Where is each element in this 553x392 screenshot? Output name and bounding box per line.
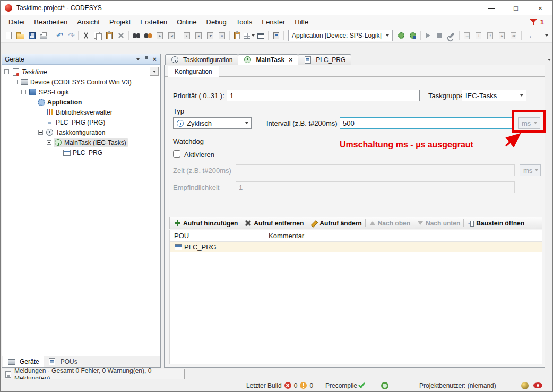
collapse-icon[interactable] xyxy=(4,69,9,74)
menu-online[interactable]: Online xyxy=(172,16,202,28)
menu-erstellen[interactable]: Erstellen xyxy=(135,16,172,28)
bookmark-button[interactable]: ▪ xyxy=(181,30,193,41)
paste-special-button[interactable] xyxy=(231,30,243,41)
clear-bookmarks-button[interactable]: × xyxy=(216,30,228,41)
priority-input[interactable] xyxy=(227,90,420,101)
generate-code-button[interactable] xyxy=(395,30,407,41)
build-button[interactable] xyxy=(270,30,282,41)
find-next-button[interactable]: ▸ xyxy=(154,30,166,41)
open-project-button[interactable] xyxy=(14,30,26,41)
collapse-icon[interactable] xyxy=(38,130,43,135)
menu-projekt[interactable]: Projekt xyxy=(105,16,135,28)
tab-pous[interactable]: POUs xyxy=(44,356,82,367)
tab-geraete[interactable]: Geräte xyxy=(3,356,44,367)
maximize-button[interactable]: □ xyxy=(504,1,528,15)
step-over-button[interactable]: → xyxy=(461,30,473,41)
step-into-button[interactable]: ↓ xyxy=(473,30,485,41)
close-button[interactable]: × xyxy=(528,1,552,15)
new-window-button[interactable] xyxy=(255,30,266,41)
prev-bookmark-button[interactable]: ▴ xyxy=(193,30,204,41)
table-row[interactable]: PLC_PRG xyxy=(170,242,542,252)
panel-menu-chevron-icon[interactable] xyxy=(136,58,140,60)
task-type-select[interactable]: Zyklisch xyxy=(173,117,252,129)
find-prev-button[interactable]: ◂ xyxy=(166,30,177,41)
tab-maintask[interactable]: MainTask× xyxy=(238,54,298,65)
run-to-cursor-button[interactable]: ▸ xyxy=(496,30,508,41)
collapse-icon[interactable] xyxy=(13,80,18,84)
menu-ansicht[interactable]: Ansicht xyxy=(72,16,105,28)
column-kommentar[interactable]: Kommentar xyxy=(264,232,304,240)
save-button[interactable] xyxy=(26,30,38,41)
column-pou[interactable]: POU xyxy=(170,230,264,241)
collapse-icon[interactable] xyxy=(21,90,26,94)
find-replace-button[interactable] xyxy=(142,30,154,41)
tree-item-project[interactable]: Tasktime xyxy=(2,67,160,77)
menu-tools[interactable]: Tools xyxy=(231,16,257,28)
subtab-konfiguration[interactable]: Konfiguration xyxy=(168,66,219,77)
tab-list-button[interactable] xyxy=(546,56,552,64)
eye-icon xyxy=(533,382,542,388)
tab-taskkonfiguration[interactable]: Taskkonfiguration xyxy=(165,54,238,65)
grid-view-button[interactable] xyxy=(243,30,255,41)
task-configuration-form: Priorität ( 0..31 ): Taskgruppe IEC-Task… xyxy=(165,77,545,367)
delete-button[interactable] xyxy=(115,30,127,41)
tree-item-application[interactable]: Application xyxy=(2,97,160,107)
menu-bearbeiten[interactable]: Bearbeiten xyxy=(29,16,72,28)
step-out-button[interactable]: ↑ xyxy=(485,30,496,41)
tools-wrench-button[interactable] xyxy=(446,30,457,41)
menu-debug[interactable]: Debug xyxy=(202,16,231,28)
tab-close-icon[interactable]: × xyxy=(289,57,292,63)
application-selector[interactable]: Application [Device: SPS-Logik] xyxy=(288,30,393,41)
tree-item-taskkonfiguration[interactable]: Taskkonfiguration xyxy=(2,127,160,137)
arrow-up-icon xyxy=(369,220,376,227)
taskgroup-select[interactable]: IEC-Tasks xyxy=(462,90,526,101)
selected-tree-item[interactable]: MainTask (IEC-Tasks) xyxy=(54,138,128,147)
open-pou-button[interactable]: Baustein öffnen xyxy=(464,217,528,229)
goto-button[interactable]: → xyxy=(523,30,535,41)
error-icon xyxy=(284,382,291,389)
menu-fenster[interactable]: Fenster xyxy=(257,16,290,28)
tree-item-bibliotheksverwalter[interactable]: Bibliotheksverwalter xyxy=(2,107,160,117)
paste-button[interactable] xyxy=(103,30,115,41)
tree-item-sps-logik[interactable]: SPS-Logik xyxy=(2,87,160,97)
tree-item-plc-prg-call[interactable]: PLC_PRG xyxy=(2,147,160,158)
watchdog-enable-checkbox[interactable] xyxy=(173,150,180,158)
menu-datei[interactable]: Datei xyxy=(4,16,29,28)
overflow-chevron-icon xyxy=(545,34,548,37)
goto-arrow-icon: → xyxy=(525,32,533,39)
add-call-button[interactable]: Aufruf hinzufügen xyxy=(171,217,241,229)
menu-hilfe[interactable]: Hilfe xyxy=(290,16,313,28)
new-file-button[interactable] xyxy=(3,30,14,41)
tree-item-plc-prg[interactable]: PLC_PRG (PRG) xyxy=(2,117,160,127)
undo-button[interactable] xyxy=(53,30,65,41)
minimize-button[interactable]: — xyxy=(479,1,504,15)
change-call-button[interactable]: Aufruf ändern xyxy=(307,217,365,229)
tree-dropdown-button[interactable] xyxy=(150,67,159,76)
collapse-icon[interactable] xyxy=(47,140,51,145)
find-button[interactable] xyxy=(131,30,142,41)
stop-button[interactable] xyxy=(434,30,446,41)
tree-item-device[interactable]: Device (CODESYS Control Win V3) xyxy=(2,77,160,87)
set-next-statement-button[interactable]: ⇒ xyxy=(508,30,520,41)
tree-item-maintask[interactable]: MainTask (IEC-Tasks) xyxy=(2,137,160,147)
pin-icon[interactable] xyxy=(144,56,149,62)
sensitivity-label: Empfindlichkeit xyxy=(173,184,219,191)
generate-runtime-button[interactable] xyxy=(407,30,419,41)
filter-funnel-icon[interactable] xyxy=(530,19,538,26)
collapse-icon[interactable] xyxy=(30,100,34,104)
remove-call-button[interactable]: Aufruf entfernen xyxy=(241,217,307,229)
toolbar-overflow-button[interactable] xyxy=(545,34,550,37)
grid-icon xyxy=(244,33,250,39)
copy-button[interactable] xyxy=(92,30,103,41)
devices-panel: Geräte × Tasktime Device (CODESYS Contro… xyxy=(2,54,161,368)
panel-close-icon[interactable]: × xyxy=(153,56,157,63)
tab-plc-prg[interactable]: PLC_PRG xyxy=(298,54,351,65)
redo-button[interactable] xyxy=(65,30,76,41)
notification-count[interactable]: 1 xyxy=(540,18,544,26)
start-button[interactable] xyxy=(422,30,434,41)
print-button[interactable] xyxy=(38,30,49,41)
messages-bar[interactable]: Meldungen - Gesamt 0 Fehler, 0 Warnung(e… xyxy=(2,369,185,380)
interval-input[interactable] xyxy=(340,117,513,129)
next-bookmark-button[interactable]: ▾ xyxy=(204,30,216,41)
cut-button[interactable] xyxy=(80,30,92,41)
